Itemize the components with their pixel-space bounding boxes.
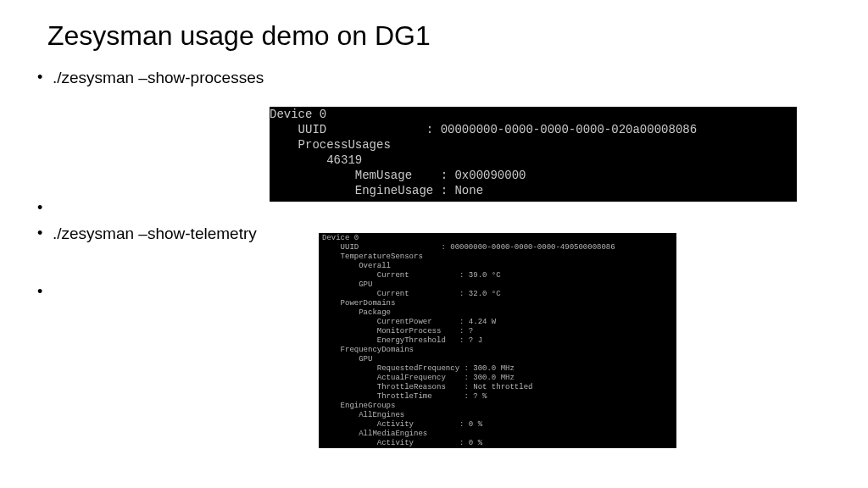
slide-title: Zesysman usage demo on DG1 bbox=[47, 20, 821, 52]
terminal-output-telemetry: Device 0 UUID : 00000000-0000-0000-0000-… bbox=[319, 233, 676, 448]
bullet-show-processes: ./zesysman –show-processes bbox=[37, 67, 821, 89]
terminal-output-processes: Device 0 UUID : 00000000-0000-0000-0000-… bbox=[270, 107, 797, 202]
